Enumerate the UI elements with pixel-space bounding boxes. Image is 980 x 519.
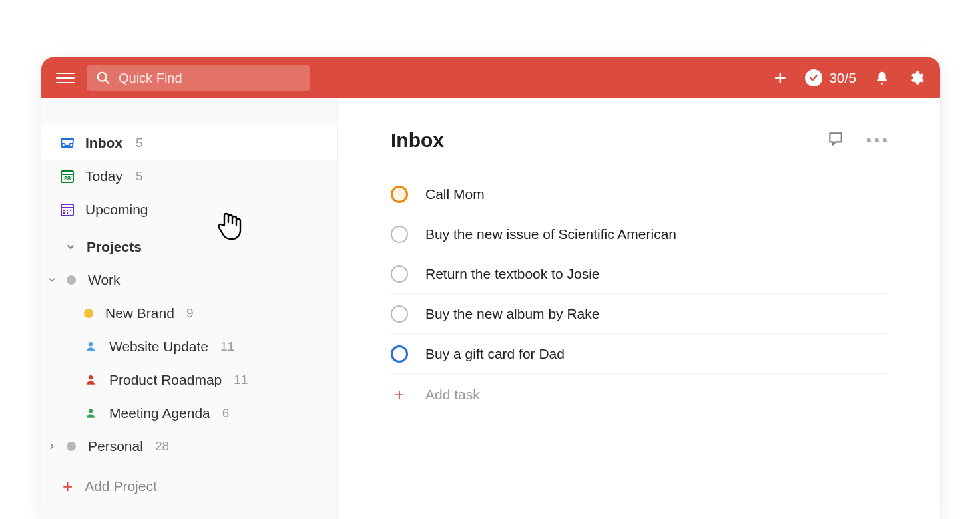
search-box[interactable]: [87, 65, 310, 91]
task-list: Call MomBuy the new issue of Scientific …: [391, 174, 887, 374]
dots-icon: [867, 138, 871, 142]
project-item-personal[interactable]: Personal 28: [41, 430, 337, 463]
menu-icon[interactable]: [56, 73, 75, 83]
task-checkbox[interactable]: [391, 186, 408, 203]
projects-section-header[interactable]: Projects: [41, 230, 337, 263]
calendar-today-icon: 28: [59, 168, 76, 185]
task-row[interactable]: Return the textbook to Josie: [391, 254, 887, 294]
chevron-down-icon: [44, 275, 60, 285]
gear-icon[interactable]: [908, 70, 924, 86]
project-label: Product Roadmap: [109, 372, 222, 388]
add-task-label: Add task: [425, 387, 480, 403]
calendar-upcoming-icon: [59, 201, 76, 218]
task-title: Buy the new album by Rake: [425, 306, 599, 322]
person-icon: [84, 373, 97, 387]
app-window: + 30/5: [41, 57, 940, 519]
header: + 30/5: [41, 57, 940, 98]
sidebar-item-count: 5: [136, 169, 143, 184]
person-icon: [84, 340, 97, 353]
add-task-button[interactable]: + Add task: [391, 375, 887, 414]
sidebar-item-label: Inbox: [85, 135, 122, 151]
add-project-button[interactable]: + Add Project: [41, 470, 337, 503]
project-count: 11: [234, 373, 248, 387]
page-title: Inbox: [391, 129, 444, 152]
svg-line-1: [105, 80, 109, 83]
check-circle-icon: [805, 69, 822, 86]
add-project-label: Add Project: [85, 478, 157, 494]
project-label: New Brand: [105, 305, 174, 321]
main-header: Inbox: [391, 129, 887, 152]
project-count: 28: [155, 439, 169, 454]
project-dot-icon: [67, 442, 76, 451]
app-body: Inbox 5 28 Today 5: [41, 98, 940, 519]
svg-text:28: 28: [64, 175, 71, 182]
project-label: Work: [88, 272, 121, 288]
task-row[interactable]: Buy the new album by Rake: [391, 294, 887, 334]
project-count: 6: [222, 406, 230, 421]
task-checkbox[interactable]: [391, 265, 408, 283]
sidebar-item-upcoming[interactable]: Upcoming: [41, 193, 337, 226]
task-row[interactable]: Call Mom: [391, 174, 887, 214]
section-label: Projects: [87, 239, 142, 255]
project-item-website-update[interactable]: Website Update 11: [41, 330, 337, 363]
task-title: Buy a gift card for Dad: [425, 346, 565, 362]
plus-icon: +: [391, 386, 408, 403]
project-label: Personal: [88, 438, 143, 454]
main-actions: [827, 130, 887, 150]
more-options-button[interactable]: [867, 130, 887, 150]
project-dot-icon: [84, 309, 93, 318]
task-checkbox[interactable]: [391, 345, 408, 363]
sidebar-item-label: Today: [85, 168, 122, 184]
inbox-icon: [59, 134, 76, 152]
main-content: Inbox Call MomBu: [338, 98, 940, 519]
task-checkbox[interactable]: [391, 305, 408, 323]
search-input[interactable]: [119, 71, 301, 86]
project-item-product-roadmap[interactable]: Product Roadmap 11: [41, 363, 337, 397]
app-stage: + 30/5: [0, 0, 980, 519]
chevron-right-icon: [44, 442, 60, 451]
project-item-work[interactable]: Work: [41, 263, 337, 297]
notifications-icon[interactable]: [875, 70, 889, 86]
add-task-icon[interactable]: +: [774, 67, 786, 88]
task-title: Buy the new issue of Scientific American: [425, 226, 676, 242]
comment-icon: [827, 130, 844, 148]
sidebar-item-label: Upcoming: [85, 202, 148, 218]
chevron-down-icon: [63, 239, 79, 255]
sidebar-item-inbox[interactable]: Inbox 5: [41, 126, 337, 160]
project-count: 9: [186, 306, 194, 321]
search-icon: [96, 71, 111, 85]
svg-point-12: [89, 342, 93, 346]
project-item-meeting-agenda[interactable]: Meeting Agenda 6: [41, 397, 337, 430]
project-dot-icon: [67, 275, 76, 285]
project-label: Meeting Agenda: [109, 405, 210, 421]
task-checkbox[interactable]: [391, 226, 408, 243]
person-icon: [84, 407, 97, 420]
sidebar-item-today[interactable]: 28 Today 5: [41, 160, 337, 193]
svg-point-14: [89, 409, 93, 413]
project-item-new-brand[interactable]: New Brand 9: [41, 297, 337, 330]
comments-button[interactable]: [827, 130, 844, 150]
sidebar: Inbox 5 28 Today 5: [41, 98, 338, 519]
svg-point-13: [89, 375, 93, 379]
productivity-button[interactable]: 30/5: [805, 69, 856, 86]
plus-icon: +: [63, 478, 73, 495]
task-title: Return the textbook to Josie: [425, 266, 600, 282]
project-label: Website Update: [109, 339, 208, 355]
task-row[interactable]: Buy the new issue of Scientific American: [391, 214, 887, 254]
header-actions: + 30/5: [774, 67, 924, 88]
task-title: Call Mom: [425, 186, 485, 202]
project-count: 11: [220, 339, 234, 354]
task-row[interactable]: Buy a gift card for Dad: [391, 334, 887, 374]
productivity-count: 30/5: [829, 70, 856, 86]
sidebar-item-count: 5: [136, 136, 143, 150]
